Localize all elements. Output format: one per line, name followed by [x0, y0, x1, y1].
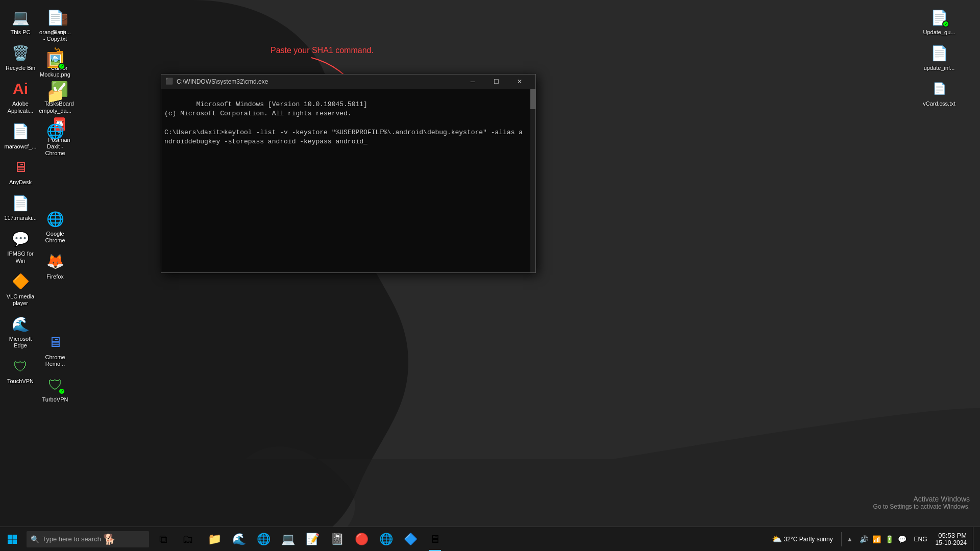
tray-expand-icon[interactable]: ▲: [846, 536, 854, 543]
desktop-icon-117[interactable]: 📄 117.maraki...: [2, 190, 39, 224]
mockup-label: Mockup.png: [40, 71, 70, 78]
start-button[interactable]: [0, 527, 24, 552]
taskbar-task-view[interactable]: ⧉: [151, 527, 176, 552]
update-inf-label: update_inf...: [924, 65, 955, 71]
browser2-icon: 🌐: [379, 533, 393, 546]
notification-icon[interactable]: 💬: [896, 534, 908, 544]
clock-time: 05:53 PM: [938, 532, 967, 539]
desktop-icon-vcard-css[interactable]: 📄 vCard.css.txt: [921, 76, 958, 110]
adobe-icon: Ai: [10, 79, 31, 99]
word-icon: 📝: [306, 533, 320, 546]
anydesk-label: AnyDesk: [9, 179, 32, 186]
widgets-icon: 🗂: [182, 533, 193, 546]
blue-app-icon: 🔷: [404, 533, 418, 546]
svg-rect-3: [13, 535, 17, 539]
taskbar-app-red[interactable]: 🔴: [349, 527, 374, 552]
taskbar-search-mascot: 🐕: [103, 533, 116, 545]
desktop-icon-daxit-chrome[interactable]: 🌐 Daxit - Chrome: [37, 118, 74, 160]
minimize-button[interactable]: ─: [461, 74, 484, 89]
taskbar-app-word[interactable]: 📝: [300, 527, 325, 552]
desktop-icon-update-inf[interactable]: 📄 update_inf...: [921, 40, 958, 74]
language-indicator[interactable]: ENG: [912, 536, 929, 543]
update-gu-label: Update_gu...: [923, 29, 955, 36]
close-button[interactable]: ✕: [508, 74, 531, 89]
mockup-badge: [58, 63, 65, 70]
taskbar: 🔍 Type here to search 🐕 ⧉ 🗂 📁 🌊 🌐 💻: [0, 527, 980, 551]
desktop-icon-adobe[interactable]: Ai Adobe Applicati...: [2, 76, 39, 117]
explorer-icon: 📁: [208, 533, 222, 546]
desktop-icon-orange-copy[interactable]: 📄 orange_up... - Copy.txt: [37, 4, 74, 45]
taskbar-app-cmd[interactable]: 🖥: [423, 527, 447, 552]
desktop-icon-update-gu[interactable]: 📄 Update_gu...: [921, 4, 958, 39]
taskbar-widgets[interactable]: 🗂: [176, 527, 200, 552]
taskbar-search[interactable]: 🔍 Type here to search 🐕: [27, 531, 149, 547]
chrome-icon: 🌐: [257, 533, 271, 546]
svg-rect-2: [8, 535, 12, 539]
desktop-icon-this-pc[interactable]: 💻 This PC: [2, 4, 39, 39]
show-desktop-button[interactable]: [973, 527, 976, 552]
taskbar-app-vscode[interactable]: 💻: [276, 527, 300, 552]
update-inf-icon: 📄: [929, 43, 949, 63]
turbovpn-badge: [58, 388, 65, 395]
desktop-icon-turbovpn[interactable]: 🛡 TurboVPN: [37, 371, 74, 406]
taskbar-search-text: Type here to search: [42, 535, 101, 543]
vscode-icon: 💻: [281, 533, 295, 546]
desktop-icon-mockup[interactable]: 🖼️ Mockup.png: [37, 46, 74, 81]
desktop: 💻 This PC 🗑️ Recycle Bin Ai Adobe Applic…: [0, 0, 980, 551]
this-pc-icon: 💻: [10, 7, 31, 28]
firefox-label: Firefox: [46, 273, 64, 280]
cmd-scrollbar[interactable]: [530, 89, 535, 272]
update-gu-badge: [942, 20, 949, 28]
desktop-icon-maraowcf[interactable]: 📄 maraowcf_...: [2, 118, 39, 153]
cmd-title-icon: ⬛: [165, 78, 174, 86]
desktop-icon-ipmsg[interactable]: 💬 IPMSG for Win: [2, 226, 39, 267]
ipmsg-label: IPMSG for Win: [4, 251, 37, 264]
spacer2: [37, 284, 74, 329]
desktop-icon-google-chrome[interactable]: 🌐 Google Chrome: [37, 206, 74, 247]
maximize-button[interactable]: ☐: [484, 74, 508, 89]
volume-icon[interactable]: 📶: [871, 534, 883, 544]
windows-logo-icon: [7, 534, 17, 544]
taskbar-app-blue[interactable]: 🔷: [398, 527, 423, 552]
svg-rect-4: [8, 539, 12, 544]
desktop-icon-firefox[interactable]: 🦊 Firefox: [37, 248, 74, 283]
vlc-icon: 🔶: [10, 271, 31, 292]
taskbar-app-onenote[interactable]: 📓: [325, 527, 349, 552]
cmd-body[interactable]: Microsoft Windows [Version 10.0.19045.50…: [161, 89, 535, 272]
network-icon[interactable]: 🔊: [858, 534, 870, 544]
desktop-icon-ms-edge[interactable]: 🌊 Microsoft Edge: [2, 311, 39, 352]
chrome-remo-icon: 🖥: [45, 332, 65, 353]
cmd-window: ⬛ C:\WINDOWS\system32\cmd.exe ─ ☐ ✕ Micr…: [161, 74, 536, 273]
spacer: [37, 161, 74, 206]
task-view-icon: ⧉: [159, 533, 167, 546]
117-label: 117.maraki...: [4, 215, 37, 221]
firefox-icon: 🦊: [45, 252, 65, 272]
ipmsg-icon: 💬: [10, 229, 31, 249]
update-gu-icon: 📄: [929, 7, 949, 28]
desktop-icon-chrome-remo[interactable]: 🖥 Chrome Remo...: [37, 329, 74, 370]
onenote-icon: 📓: [330, 533, 344, 546]
weather-text: 32°C Partly sunny: [784, 536, 833, 543]
tray-divider: [841, 532, 842, 546]
chrome-remo-label: Chrome Remo...: [39, 354, 71, 367]
taskbar-app-edge[interactable]: 🌊: [227, 527, 251, 552]
this-pc-label: This PC: [10, 29, 30, 36]
taskbar-app-chrome[interactable]: 🌐: [251, 527, 276, 552]
daxit-chrome-label: Daxit - Chrome: [39, 143, 71, 157]
taskbar-app-explorer[interactable]: 📁: [202, 527, 227, 552]
battery-icon[interactable]: 🔋: [884, 534, 895, 544]
edge-icon: 🌊: [232, 533, 246, 546]
system-tray: 🔊 📶 🔋 💬: [856, 527, 910, 552]
desktop-icon-vlc[interactable]: 🔶 VLC media player: [2, 268, 39, 310]
taskbar-clock[interactable]: 05:53 PM 15-10-2024: [932, 527, 971, 552]
weather-widget[interactable]: ⛅ 32°C Partly sunny: [768, 534, 837, 544]
turbovpn-icon: 🛡: [45, 374, 65, 395]
taskbar-app-browser2[interactable]: 🌐: [374, 527, 398, 552]
google-chrome-label: Google Chrome: [39, 231, 71, 244]
desktop-icon-empty-da[interactable]: 📁 empoty_da...: [37, 83, 74, 117]
desktop-icon-touchvpn[interactable]: 🛡 TouchVPN: [2, 353, 39, 388]
desktop-icon-recycle-bin[interactable]: 🗑️ Recycle Bin: [2, 40, 39, 74]
activate-windows-title: Activate Windows: [873, 495, 970, 503]
window-controls: ─ ☐ ✕: [461, 74, 531, 89]
desktop-icon-anydesk[interactable]: 🖥 AnyDesk: [2, 154, 39, 189]
